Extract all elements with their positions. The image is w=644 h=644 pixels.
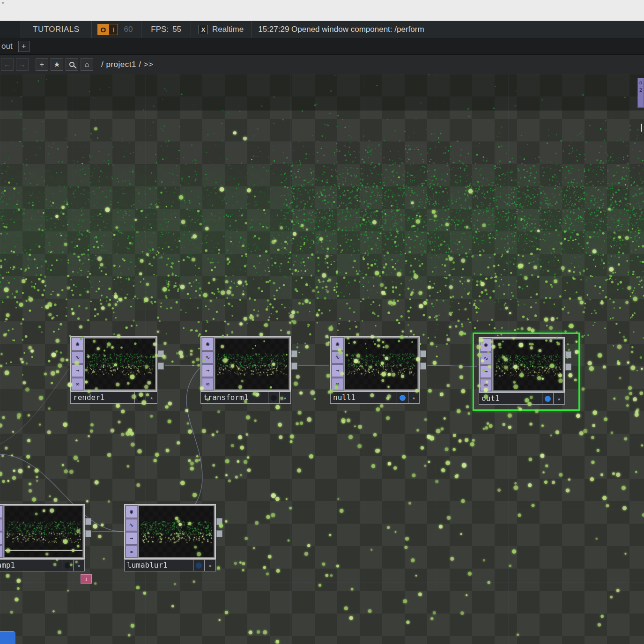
node-viewer-thumbnail[interactable]: [85, 338, 155, 390]
export-arrow-tab[interactable]: ↓: [81, 574, 92, 584]
graph-flag-icon[interactable]: ∿: [126, 519, 137, 532]
node-label[interactable]: transform1: [200, 392, 268, 404]
back-button[interactable]: ←: [1, 58, 14, 71]
add-operator-button[interactable]: +: [36, 58, 48, 71]
export-flag-icon[interactable]: →: [480, 365, 492, 378]
node-frame[interactable]: ◉ ∿ → ∞: [330, 336, 420, 392]
graph-flag-icon[interactable]: ∿: [0, 519, 3, 532]
node-output-connector[interactable]: [565, 363, 571, 370]
menubar: TUTORIALS O I 60 FPS: 55 X Realtime 15:2…: [0, 21, 644, 38]
palette-handle[interactable]: o 2: [637, 78, 644, 108]
node-viewer-flag[interactable]: [193, 559, 205, 571]
node-output-connector[interactable]: [85, 518, 91, 525]
graph-flag-icon[interactable]: ∿: [332, 351, 343, 364]
node-frame[interactable]: ◉ ∿ → ∞: [0, 504, 85, 559]
viewer-flag-icon[interactable]: ◉: [202, 338, 214, 350]
export-flag-icon[interactable]: →: [202, 364, 214, 377]
bookmark-button[interactable]: ★: [51, 58, 63, 71]
node-null1[interactable]: ◉ ∿ → ∞ null1 ★: [330, 336, 426, 404]
node-frame[interactable]: ◉ ∿ → ∞: [124, 504, 216, 559]
node-viewer-thumbnail[interactable]: [4, 506, 83, 557]
network-editor[interactable]: ◉ ∿ → ∞ render1 ★ ◉ ∿ → ∞: [0, 74, 644, 644]
node-viewer-thumbnail[interactable]: [493, 339, 563, 391]
scrollbar-tick[interactable]: [641, 124, 642, 132]
pane-tab-out[interactable]: out: [0, 42, 16, 51]
bypass-flag-icon[interactable]: ∞: [126, 546, 137, 558]
node-lock-flag[interactable]: ★: [74, 559, 85, 571]
node-lock-flag[interactable]: ★: [205, 559, 216, 571]
realtime-toggle[interactable]: X Realtime: [191, 25, 251, 34]
node-frame[interactable]: ◉ ∿ → ∞: [70, 336, 157, 392]
realtime-checkbox-icon[interactable]: X: [199, 25, 208, 34]
search-icon: [69, 62, 74, 67]
window-top-strip: *: [0, 0, 644, 21]
node-output-connector[interactable]: [291, 350, 297, 357]
node-output-connector[interactable]: [420, 363, 426, 370]
node-viewer-flag[interactable]: [542, 392, 554, 405]
corner-badge[interactable]: [0, 631, 15, 644]
tutorials-button[interactable]: TUTORIALS: [21, 25, 91, 34]
node-transform1[interactable]: ◉ ∿ → ∞ transform1 ★: [200, 336, 297, 404]
viewer-flag-icon[interactable]: ◉: [332, 338, 343, 350]
export-flag-icon[interactable]: →: [0, 532, 3, 545]
export-flag-icon[interactable]: →: [332, 364, 343, 377]
node-output-connector[interactable]: [420, 350, 426, 357]
bypass-flag-icon[interactable]: ∞: [202, 378, 214, 391]
node-star-flag: ★: [283, 395, 287, 401]
node-lock-flag[interactable]: ★: [554, 392, 565, 405]
node-output-connector[interactable]: [216, 530, 222, 537]
node-flag-column: ◉ ∿ → ∞: [125, 505, 138, 558]
home-button[interactable]: ⌂: [81, 58, 93, 71]
node-out1[interactable]: ◉ ∿ → ∞ out1 ★: [479, 337, 571, 405]
node-output-connector[interactable]: [85, 530, 91, 537]
viewer-flag-icon[interactable]: ◉: [72, 338, 83, 350]
export-flag-icon[interactable]: →: [126, 532, 137, 545]
node-viewer-thumbnail[interactable]: [139, 506, 214, 557]
graph-flag-icon[interactable]: ∿: [480, 352, 492, 365]
node-output-connector[interactable]: [565, 351, 571, 358]
fps-target-value[interactable]: 60: [124, 25, 133, 34]
node-lock-flag[interactable]: ★: [146, 392, 157, 404]
viewer-flag-icon[interactable]: ◉: [126, 505, 137, 518]
node-label[interactable]: ramp1: [0, 559, 62, 571]
midi-oi-badge[interactable]: O I: [97, 24, 118, 35]
node-lock-flag[interactable]: ★: [280, 392, 291, 404]
node-output-connector[interactable]: [158, 350, 164, 357]
node-label[interactable]: out1: [479, 392, 542, 405]
viewer-flag-icon[interactable]: ◉: [0, 505, 3, 518]
node-viewer-flag[interactable]: [397, 392, 408, 404]
add-pane-button[interactable]: +: [18, 41, 30, 52]
node-label[interactable]: null1: [330, 392, 397, 404]
node-label[interactable]: lumablur1: [124, 559, 193, 571]
node-output-connector[interactable]: [291, 363, 297, 370]
network-path-breadcrumb[interactable]: / project1 / >>: [101, 60, 153, 69]
node-output-connector[interactable]: [216, 518, 222, 525]
node-viewer-thumbnail[interactable]: [345, 338, 418, 390]
bypass-flag-icon[interactable]: ∞: [480, 379, 492, 392]
node-frame[interactable]: ◉ ∿ → ∞: [200, 336, 291, 392]
export-flag-icon[interactable]: →: [72, 364, 83, 377]
node-viewer-flag[interactable]: [62, 559, 74, 571]
node-lock-flag[interactable]: ★: [408, 392, 420, 404]
search-button[interactable]: [66, 58, 78, 71]
node-viewer-flag[interactable]: [268, 392, 280, 404]
node-viewer-thumbnail[interactable]: [215, 338, 289, 390]
graph-flag-icon[interactable]: ∿: [202, 351, 214, 364]
forward-button[interactable]: →: [16, 58, 29, 71]
node-flag-column: ◉ ∿ → ∞: [331, 337, 344, 391]
graph-flag-icon[interactable]: ∿: [72, 351, 83, 364]
node-output-connector[interactable]: [158, 363, 164, 370]
bypass-flag-icon[interactable]: ∞: [0, 546, 3, 558]
bypass-flag-icon[interactable]: ∞: [72, 378, 83, 391]
node-viewer-flag[interactable]: [135, 392, 146, 404]
bypass-flag-icon[interactable]: ∞: [332, 378, 343, 391]
node-render1[interactable]: ◉ ∿ → ∞ render1 ★: [70, 336, 164, 404]
star-icon: ★: [53, 60, 60, 69]
node-lumablur1[interactable]: ◉ ∿ → ∞ lumablur1 ★: [124, 504, 222, 571]
menu-stub-button[interactable]: [0, 21, 21, 38]
node-frame[interactable]: ◉ ∿ → ∞: [479, 337, 565, 392]
node-ramp1[interactable]: ◉ ∿ → ∞ ramp1 ★ ↓: [0, 504, 91, 571]
viewer-flag-icon[interactable]: ◉: [480, 339, 492, 351]
node-flag-dot: [400, 395, 406, 401]
node-label[interactable]: render1: [70, 392, 135, 404]
